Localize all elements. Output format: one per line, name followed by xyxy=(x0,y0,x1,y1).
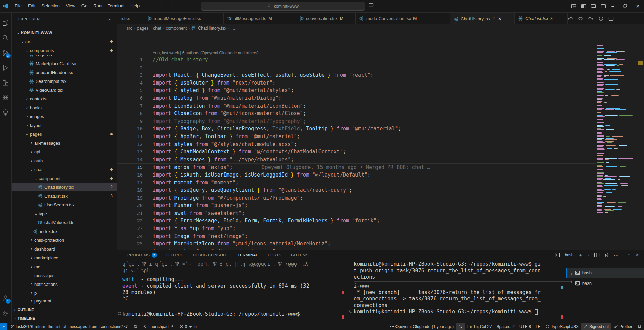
status-signed-out[interactable]: Signed out xyxy=(581,323,611,330)
code-line-25[interactable]: 25import MoreHorizIcon from "@mui/icons-… xyxy=(117,240,596,248)
breadcrumb-tail[interactable]: … xyxy=(231,26,235,31)
minimize-button[interactable]: − xyxy=(606,4,619,9)
close-panel-icon[interactable]: ✕ xyxy=(635,253,639,257)
menu-file[interactable]: File xyxy=(12,2,25,11)
menu-edit[interactable]: Edit xyxy=(25,2,38,11)
editor-scrollbar[interactable] xyxy=(637,44,644,262)
tree-item-chat[interactable]: ⌄chat xyxy=(12,165,117,174)
maximize-panel-icon[interactable]: ⌃ xyxy=(628,253,631,257)
code-editor[interactable]: You, last week | 6 authors (Opeyemi Olug… xyxy=(117,44,596,255)
kill-terminal-icon[interactable] xyxy=(604,252,609,258)
breadcrumb-component[interactable]: component xyxy=(166,26,187,31)
code-line-1[interactable]: 1//Old chat history xyxy=(117,56,596,64)
activitybar-gitlens[interactable] xyxy=(0,105,12,120)
breadcrumb-pages[interactable]: pages xyxy=(137,26,148,31)
tree-item-dashboard[interactable]: ›dashboard xyxy=(12,244,117,253)
terminal-pane-left[interactable]: ų̚ϛı ⁚ Ѱ ı ų̚ϛı ⁚ Ѱ ∗ˁ∼ ϙϙՊ. Ѱ ₴ ϙ. ‖ ⁚ɳ… xyxy=(122,261,346,323)
code-line-21[interactable]: 21import swal from "sweetalert"; xyxy=(117,209,596,217)
screen-share-icon[interactable]: ⌄ xyxy=(369,3,377,8)
code-line-13[interactable]: 13import { ChatModalContext } from "@/co… xyxy=(117,148,596,156)
status-compare[interactable] xyxy=(131,323,140,330)
tree-item-chatlist-tsx[interactable]: ChatList.tsx3 xyxy=(12,191,117,200)
activitybar-search[interactable] xyxy=(0,30,12,45)
activitybar-run-debug[interactable] xyxy=(0,60,12,75)
breadcrumb-chat[interactable]: chat xyxy=(153,26,161,31)
terminal-pane-right[interactable]: kominiti@kominiti-HP-ZBook-Studio-G3:~/r… xyxy=(354,261,571,323)
activitybar-accounts[interactable]: 1 xyxy=(0,291,12,306)
minimap[interactable] xyxy=(597,44,637,216)
activitybar-extensions[interactable] xyxy=(0,75,12,90)
code-line-2[interactable]: 2 xyxy=(117,64,596,72)
code-line-18[interactable]: 18import { useQuery, useQueryClient } fr… xyxy=(117,186,596,194)
close-tab-icon[interactable]: ✕ xyxy=(498,16,502,21)
sidebar-section-outline[interactable]: ›OUTLINE xyxy=(12,305,117,314)
status-prettier[interactable]: Prettier xyxy=(611,323,635,330)
gitlens-authors-lens[interactable]: You, last week | 6 authors (Opeyemi Olug… xyxy=(117,44,596,56)
timeline-icon[interactable] xyxy=(598,16,604,21)
code-line-16[interactable]: 16import { isAuth, isUserImage, isUserLo… xyxy=(117,171,596,179)
terminal-list-item[interactable]: ┌bash xyxy=(566,268,644,278)
tree-item-src[interactable]: ⌄src xyxy=(12,37,117,46)
panel-tab-problems[interactable]: PROBLEMS5 xyxy=(127,250,157,260)
tree-item-messages[interactable]: ›messages xyxy=(12,271,117,280)
new-terminal-icon[interactable]: ＋ xyxy=(578,253,583,257)
status-indentation[interactable]: Spaces: 2 xyxy=(494,323,517,330)
menu-run[interactable]: Run xyxy=(90,2,105,11)
toggle-secondary-sidebar-icon[interactable] xyxy=(601,4,606,9)
tree-item-kominiti-www[interactable]: ⌄KOMINITI-WWW xyxy=(12,28,117,37)
status-problems[interactable]: 05 xyxy=(177,323,199,330)
tree-item-notifications[interactable]: ›notifications xyxy=(12,280,117,289)
menu-view[interactable]: View xyxy=(63,2,78,11)
code-line-5[interactable]: 5import { styled } from "@mui/material/s… xyxy=(117,87,596,94)
tree-item-logo-tsx[interactable]: Logo.tsx xyxy=(12,55,117,59)
gitlens-prev-change-icon[interactable] xyxy=(568,16,573,21)
status-cursor-position[interactable]: Ln 15, Col 27 xyxy=(465,323,494,330)
tree-item-type[interactable]: ⌄type xyxy=(12,209,117,218)
command-decoration-icon[interactable] xyxy=(349,310,352,313)
panel-tab-ports[interactable]: PORTS xyxy=(268,250,281,260)
split-editor-icon[interactable] xyxy=(608,16,614,21)
activitybar-remote-explorer[interactable] xyxy=(0,90,12,105)
menu-help[interactable]: Help xyxy=(127,2,143,11)
tree-item-all-messages[interactable]: ›all-messages xyxy=(12,139,117,147)
toggle-primary-sidebar-icon[interactable] xyxy=(581,4,586,9)
toggle-panel-icon[interactable] xyxy=(591,4,596,9)
status-launchpad[interactable]: Launchpad xyxy=(140,323,177,330)
tree-item-components[interactable]: ⌄components xyxy=(12,46,117,55)
tree-item-api[interactable]: ›api xyxy=(12,147,117,156)
tab-modalmessageform-tsx[interactable]: modalMessageForm.tsx xyxy=(143,13,224,24)
menu-terminal[interactable]: Terminal xyxy=(105,2,127,11)
tab-n-tsx[interactable]: n.tsx xyxy=(117,13,143,24)
activitybar-explorer[interactable] xyxy=(0,15,12,30)
code-line-12[interactable]: 12import styles from "@/styles/chat.modu… xyxy=(117,141,596,148)
explorer-more-actions-icon[interactable]: ⋯ xyxy=(107,16,112,22)
tree-item-contexts[interactable]: ›contexts xyxy=(12,94,117,103)
tree-item-hooks[interactable]: ›hooks xyxy=(12,103,117,112)
tree-item-usersearch-tsx[interactable]: UserSearch.tsx xyxy=(12,200,117,209)
tab-conversation-tsx[interactable]: conversation.tsxM xyxy=(295,13,356,24)
tree-item-layout[interactable]: ›layout xyxy=(12,121,117,130)
code-line-15[interactable]: 15import axios from "axios";Opeyemi Olug… xyxy=(117,163,596,171)
tab-modalconversation-tsx[interactable]: modalConversation.tsxM xyxy=(356,13,450,24)
code-line-7[interactable]: 7import IconButton from "@mui/material/I… xyxy=(117,102,596,110)
history-back-icon[interactable]: ← xyxy=(160,4,165,8)
breadcrumb-src[interactable]: src xyxy=(127,26,132,31)
tree-item-component[interactable]: ⌄component xyxy=(12,174,117,183)
status-bell[interactable] xyxy=(635,323,644,330)
code-line-20[interactable]: 20import Pusher from "pusher-js"; xyxy=(117,202,596,209)
panel-tab-output[interactable]: OUTPUT xyxy=(166,250,183,260)
gitlens-heatmap-icon[interactable] xyxy=(578,16,583,21)
code-line-10[interactable]: 10import { Badge, Box, CircularProgress,… xyxy=(117,125,596,133)
menu-selection[interactable]: Selection xyxy=(38,2,62,11)
status-branch[interactable]: task/3076-return_the_list_of_messages_fr… xyxy=(7,323,131,330)
history-forward-icon[interactable]: → xyxy=(170,4,174,8)
command-decoration-icon[interactable] xyxy=(118,312,121,315)
tab-allmessages-d-ts[interactable]: TSallMessages.d.tsM xyxy=(224,13,295,24)
tree-item-index-tsx[interactable]: index.tsx xyxy=(12,227,117,236)
tree-item-marketplace[interactable]: ›marketplace xyxy=(12,253,117,262)
code-line-19[interactable]: 19import ProImage from "@/components/_ui… xyxy=(117,194,596,202)
tree-item-p[interactable]: ›p xyxy=(12,289,117,297)
editor-more-actions-icon[interactable]: ⋯ xyxy=(619,16,623,21)
customize-layout-icon[interactable] xyxy=(571,4,576,9)
code-line-24[interactable]: 24import Image from "next/image"; xyxy=(117,233,596,240)
